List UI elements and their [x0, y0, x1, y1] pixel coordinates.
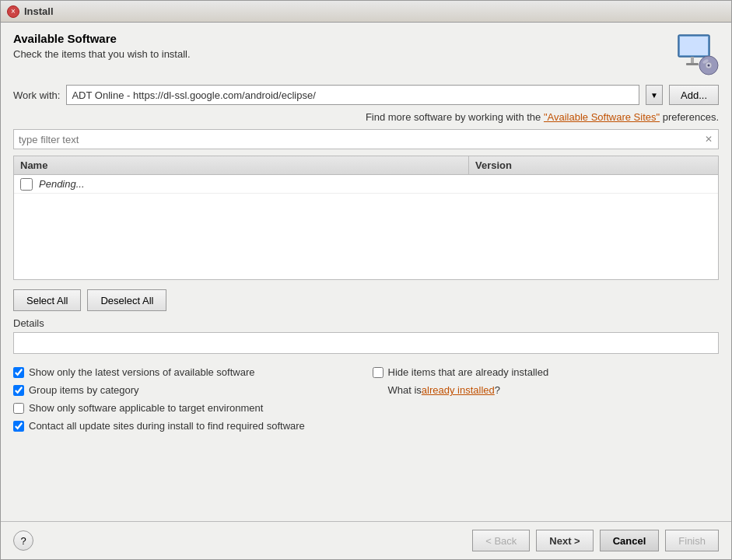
show-applicable-checkbox[interactable] — [13, 403, 24, 414]
computer-icon — [675, 32, 719, 75]
find-more-suffix: preferences. — [660, 111, 719, 123]
header-subtitle: Check the items that you wish to install… — [13, 48, 191, 60]
checkbox-row-contact: Contact all update sites during install … — [13, 420, 360, 432]
show-latest-label: Show only the latest versions of availab… — [29, 366, 255, 378]
finish-button[interactable]: Finish — [665, 530, 719, 551]
details-section: Details — [13, 317, 719, 354]
checkbox-row-group: Group items by category — [13, 384, 360, 396]
checkbox-row-latest: Show only the latest versions of availab… — [13, 366, 360, 378]
main-window: × Install Available Software Check the i… — [0, 0, 732, 560]
software-table: Name Version Pending... — [13, 156, 719, 280]
row-name: Pending... — [39, 178, 471, 190]
checkbox-row-applicable: Show only software applicable to target … — [13, 402, 360, 414]
deselect-all-button[interactable]: Deselect All — [87, 289, 166, 311]
svg-rect-1 — [680, 37, 708, 55]
add-button[interactable]: Add... — [669, 85, 719, 105]
show-latest-checkbox[interactable] — [13, 367, 24, 378]
work-with-dropdown[interactable]: ▼ — [646, 85, 663, 105]
close-button[interactable]: × — [7, 5, 19, 18]
checkboxes-section: Show only the latest versions of availab… — [13, 366, 719, 432]
find-more-row: Find more software by working with the "… — [13, 111, 719, 123]
find-more-prefix: Find more software by working with the — [366, 111, 544, 123]
select-all-button[interactable]: Select All — [13, 289, 81, 311]
selection-buttons-row: Select All Deselect All — [13, 289, 719, 311]
svg-rect-3 — [686, 63, 699, 65]
contact-update-sites-label: Contact all update sites during install … — [29, 420, 305, 432]
filter-clear-icon[interactable]: ✕ — [699, 130, 718, 149]
work-with-label: Work with: — [13, 89, 60, 101]
details-box — [13, 332, 719, 354]
footer-right: < Back Next > Cancel Finish — [472, 530, 719, 551]
filter-row: ✕ — [13, 129, 719, 149]
checkbox-row-hide-installed: Hide items that are already installed — [373, 366, 720, 378]
footer: ? < Back Next > Cancel Finish — [1, 521, 731, 559]
svg-rect-2 — [691, 57, 694, 63]
filter-input[interactable] — [14, 132, 699, 147]
table-header: Name Version — [14, 156, 718, 175]
show-applicable-label: Show only software applicable to target … — [29, 402, 263, 414]
cancel-button[interactable]: Cancel — [600, 530, 660, 551]
back-button[interactable]: < Back — [472, 530, 530, 551]
already-installed-suffix: ? — [495, 384, 500, 396]
checkboxes-right: Hide items that are already installed Wh… — [360, 366, 720, 432]
table-row: Pending... — [14, 175, 718, 194]
title-bar: × Install — [1, 1, 731, 23]
details-label: Details — [13, 317, 719, 329]
next-button[interactable]: Next > — [536, 530, 593, 551]
content-area: Available Software Check the items that … — [1, 23, 731, 521]
header-text: Available Software Check the items that … — [13, 32, 191, 60]
header-row: Available Software Check the items that … — [13, 32, 719, 75]
window-title: Install — [24, 5, 54, 17]
version-column-header: Version — [469, 156, 718, 174]
checkboxes-left: Show only the latest versions of availab… — [13, 366, 360, 432]
already-installed-prefix: What is — [388, 384, 422, 396]
contact-update-sites-checkbox[interactable] — [13, 421, 24, 432]
group-by-category-checkbox[interactable] — [13, 385, 24, 396]
available-software-title: Available Software — [13, 32, 191, 45]
row-checkbox[interactable] — [20, 178, 33, 191]
group-by-category-label: Group items by category — [29, 384, 139, 396]
name-column-header: Name — [14, 156, 469, 174]
work-with-row: Work with: ▼ Add... — [13, 85, 719, 105]
hide-installed-checkbox[interactable] — [373, 367, 384, 378]
already-installed-link[interactable]: already installed — [422, 384, 495, 396]
footer-left: ? — [13, 530, 33, 551]
hide-installed-label: Hide items that are already installed — [388, 366, 549, 378]
work-with-input[interactable] — [66, 85, 639, 105]
help-button[interactable]: ? — [13, 530, 33, 551]
available-software-sites-link[interactable]: "Available Software Sites" — [544, 111, 660, 123]
header-icon — [675, 32, 719, 75]
svg-point-6 — [708, 65, 710, 67]
already-installed-row: What is already installed? — [373, 384, 720, 396]
